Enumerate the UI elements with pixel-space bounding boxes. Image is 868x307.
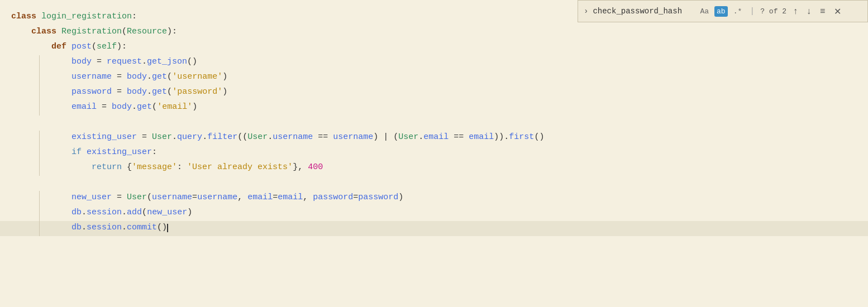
code-text: existing_user = User.query.filter((User.…: [11, 131, 544, 145]
code-line: body = request.get_json(): [0, 55, 868, 70]
regex-button[interactable]: .*: [731, 6, 745, 17]
code-line: class Registration(Resource):: [0, 25, 868, 40]
code-line: db.session.commit(): [0, 221, 868, 236]
search-bar: › Aa ab .* | ? of 2 ↑ ↓ ≡ ✕: [578, 0, 868, 22]
code-text: password = body.get('password'): [11, 85, 227, 99]
search-count: ? of 2: [760, 7, 786, 16]
editor-container: › Aa ab .* | ? of 2 ↑ ↓ ≡ ✕ class login_…: [0, 0, 868, 307]
code-line: existing_user = User.query.filter((User.…: [0, 131, 868, 146]
code-line: db.session.add(new_user): [0, 206, 868, 221]
search-separator: |: [750, 7, 755, 16]
code-text: new_user = User(username=username, email…: [11, 191, 403, 205]
search-menu-button[interactable]: ≡: [818, 5, 827, 17]
code-line: new_user = User(username=username, email…: [0, 191, 868, 206]
code-text: if existing_user:: [11, 146, 157, 160]
code-text: def post(self):: [11, 40, 127, 54]
search-next-button[interactable]: ↓: [804, 5, 813, 17]
match-word-button[interactable]: ab: [714, 6, 728, 17]
code-text: username = body.get('username'): [11, 70, 227, 84]
search-prev-button[interactable]: ↑: [791, 5, 800, 17]
code-line: email = body.get('email'): [0, 100, 868, 116]
code-line: if existing_user:: [0, 146, 868, 161]
code-text: db.session.commit(): [11, 221, 168, 235]
code-line: [0, 176, 868, 191]
search-options: Aa ab .*: [698, 6, 744, 17]
code-text: class login_registration:: [11, 10, 137, 24]
code-text: db.session.add(new_user): [11, 206, 192, 220]
code-text: [11, 116, 16, 129]
match-case-button[interactable]: Aa: [698, 6, 711, 17]
code-line: def post(self):: [0, 40, 868, 55]
search-input[interactable]: [593, 7, 693, 16]
code-text: return {'message': 'User already exists'…: [11, 161, 323, 175]
code-area: class login_registration: class Registra…: [0, 6, 868, 241]
code-text: class Registration(Resource):: [11, 25, 177, 39]
code-line: password = body.get('password'): [0, 85, 868, 100]
search-close-button[interactable]: ✕: [832, 5, 843, 18]
search-expand-icon[interactable]: ›: [584, 7, 588, 16]
code-line: [0, 116, 868, 131]
code-line: return {'message': 'User already exists'…: [0, 161, 868, 176]
code-text: [11, 176, 16, 190]
code-line: username = body.get('username'): [0, 70, 868, 85]
